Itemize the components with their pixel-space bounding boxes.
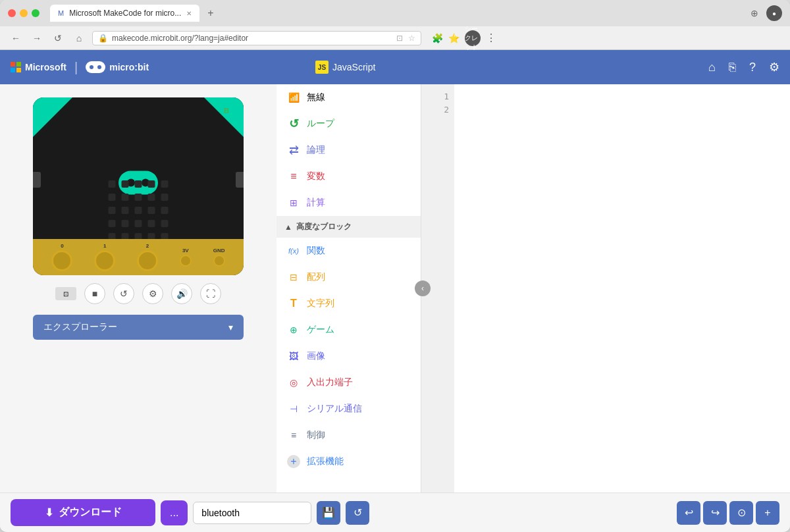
debug-button[interactable]: ⚙ <box>142 283 163 304</box>
antenna-label: B <box>224 107 229 115</box>
palette-label-game: ゲーム <box>307 324 334 336</box>
explorer-dropdown[interactable]: エクスプローラー ▾ <box>33 315 244 340</box>
microbit-icon-dots <box>90 65 101 69</box>
bookmark-icon: ☆ <box>408 34 415 43</box>
extensions-icon: 🧩 <box>432 33 443 43</box>
explorer-label: エクスプローラー <box>43 321 117 333</box>
palette-item-serial[interactable]: ⊣ シリアル通信 <box>276 396 421 422</box>
ext-icon: + <box>287 455 300 468</box>
pin-3v: 3V <box>180 248 192 267</box>
code-editor: 1 2 <box>421 84 790 492</box>
var-icon: ≡ <box>287 170 300 183</box>
button-b[interactable]: B <box>236 172 244 188</box>
pin-0: 0 <box>51 243 72 271</box>
line-number-2: 2 <box>421 103 454 116</box>
forward-button[interactable]: → <box>29 33 45 43</box>
more-options-button[interactable]: ... <box>161 500 188 525</box>
pin-strip: 0 1 2 3V <box>33 239 244 275</box>
maximize-button[interactable] <box>32 9 40 17</box>
tab-title: Microsoft MakeCode for micro... <box>69 9 181 18</box>
palette-item-loop[interactable]: ↺ ループ <box>276 111 421 137</box>
pin-2: 2 <box>137 243 158 271</box>
js-mode-label: JavaScript <box>332 62 375 72</box>
palette-item-math[interactable]: ⊞ 計算 <box>276 190 421 216</box>
block-palette: 📶 無線 ↺ ループ ⇄ 論理 ≡ 変数 <box>276 84 421 492</box>
refresh-search-button[interactable]: ↺ <box>346 501 369 525</box>
ms-label: Microsoft <box>25 62 66 72</box>
palette-label-img: 画像 <box>307 350 325 362</box>
palette-item-img[interactable]: 🖼 画像 <box>276 343 421 369</box>
restart-button[interactable]: ↺ <box>113 283 134 304</box>
redo-icon: ↪ <box>711 506 720 519</box>
fullscreen-button[interactable]: ⛶ <box>200 283 221 304</box>
browser-menu-button[interactable]: ⋮ <box>486 32 496 44</box>
palette-label-var: 変数 <box>307 171 325 182</box>
palette-item-io[interactable]: ◎ 入出力端子 <box>276 369 421 396</box>
math-icon: ⊞ <box>287 196 300 209</box>
pin-gnd: GND <box>213 248 225 267</box>
settings-icon[interactable]: ⚙ <box>769 60 779 74</box>
undo-button[interactable]: ↩ <box>677 501 700 525</box>
tab-close-button[interactable]: ✕ <box>186 10 192 17</box>
collapse-palette-button[interactable]: ‹ <box>415 280 431 296</box>
palette-item-str[interactable]: T 文字列 <box>276 290 421 317</box>
close-button[interactable] <box>8 9 16 17</box>
pin-1: 1 <box>94 243 115 271</box>
io-icon: ◎ <box>287 376 300 389</box>
share-icon[interactable]: ⎘ <box>729 61 736 74</box>
address-text: makecode.microbit.org/?lang=ja#editor <box>112 34 248 43</box>
logic-icon: ⇄ <box>287 144 300 157</box>
browser-titlebar: M Microsoft MakeCode for micro... ✕ + ⊕ … <box>0 0 790 26</box>
search-input[interactable] <box>193 502 311 524</box>
profile-label: シークレット <box>465 24 481 52</box>
js-icon: JS <box>315 61 329 74</box>
js-mode-indicator[interactable]: JS JavaScript <box>315 61 375 74</box>
center-button[interactable]: ⊙ <box>729 501 753 525</box>
help-icon[interactable]: ? <box>749 61 756 74</box>
sound-button[interactable]: 🔊 <box>171 283 192 304</box>
button-a[interactable]: A <box>33 172 41 188</box>
profile-icon: ● <box>772 10 776 17</box>
palette-item-radio[interactable]: 📶 無線 <box>276 84 421 111</box>
palette-item-func[interactable]: f(x) 関数 <box>276 238 421 264</box>
advanced-section-header[interactable]: ▲ 高度なブロック <box>276 216 421 238</box>
stop-button[interactable]: ■ <box>84 283 105 304</box>
download-button[interactable]: ⬇ ダウンロード <box>11 499 155 526</box>
palette-item-ctrl[interactable]: ≡ 制御 <box>276 422 421 448</box>
refresh-button[interactable]: ↺ <box>50 33 66 43</box>
device-controls: ⊡ ■ ↺ ⚙ 🔊 ⛶ <box>55 283 221 304</box>
home-icon[interactable]: ⌂ <box>708 61 716 74</box>
explorer-chevron: ▾ <box>228 322 233 332</box>
microsoft-logo: Microsoft <box>11 62 66 72</box>
corner-tr <box>204 97 244 137</box>
zoom-plus-button[interactable]: + <box>756 501 779 525</box>
traffic-lights <box>8 9 40 17</box>
palette-item-game[interactable]: ⊕ ゲーム <box>276 317 421 343</box>
code-area[interactable] <box>454 84 790 492</box>
save-button[interactable]: 💾 <box>317 501 340 525</box>
browser-tab[interactable]: M Microsoft MakeCode for micro... ✕ <box>50 5 199 22</box>
palette-item-array[interactable]: ⊟ 配列 <box>276 264 421 290</box>
profile-button[interactable]: ● <box>766 5 782 21</box>
palette-item-logic[interactable]: ⇄ 論理 <box>276 137 421 163</box>
redo-button[interactable]: ↪ <box>703 501 727 525</box>
palette-label-array: 配列 <box>307 271 325 283</box>
save-icon: 💾 <box>322 506 335 519</box>
user-profile-button[interactable]: シークレット <box>465 30 481 46</box>
palette-item-var[interactable]: ≡ 変数 <box>276 163 421 190</box>
minimize-button[interactable] <box>20 9 28 17</box>
palette-item-ext[interactable]: + 拡張機能 <box>276 448 421 475</box>
address-input[interactable]: 🔒 makecode.microbit.org/?lang=ja#editor … <box>92 31 421 45</box>
line-number-1: 1 <box>421 90 454 103</box>
zoom-controls: ↩ ↪ ⊙ + <box>677 501 779 525</box>
microbit-icon <box>86 61 105 73</box>
favorites-icon: ⭐ <box>448 33 460 43</box>
header-right-icons: ⌂ ⎘ ? ⚙ <box>708 60 779 74</box>
loop-icon: ↺ <box>287 117 300 130</box>
img-icon: 🖼 <box>287 350 300 363</box>
microbit-logo: micro:bit <box>86 61 149 73</box>
back-button[interactable]: ← <box>8 33 24 43</box>
palette-label-ctrl: 制御 <box>307 429 325 441</box>
home-button[interactable]: ⌂ <box>71 33 87 43</box>
new-tab-button[interactable]: + <box>207 7 213 19</box>
